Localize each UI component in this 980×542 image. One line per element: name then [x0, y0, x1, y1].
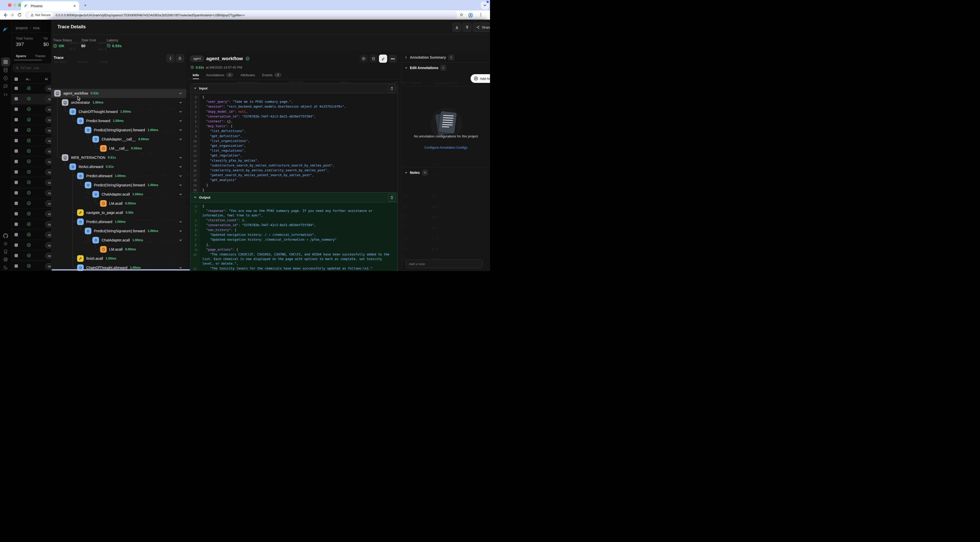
trace-span-row[interactable]: navigate_to_page.acall0.50s	[51, 208, 186, 217]
table-row[interactable]: agent	[11, 209, 51, 219]
table-row[interactable]: agent	[11, 146, 51, 157]
dataset-button[interactable]	[369, 55, 377, 63]
collapse-input-icon[interactable]	[194, 87, 197, 90]
edit-annotations-section[interactable]: Edit Annotations E	[402, 63, 490, 73]
trace-span-row[interactable]: Predict(StringSignature).forward1.00ms	[51, 125, 186, 135]
tab-annotations[interactable]: Annotations0	[206, 71, 233, 79]
row-checkbox[interactable]	[14, 170, 18, 174]
trace-span-row[interactable]: agent_workflow0.53s	[51, 89, 186, 98]
tab-info[interactable]: Info	[192, 71, 199, 79]
replay-button[interactable]	[360, 55, 368, 63]
table-row[interactable]: agent	[11, 135, 51, 146]
expand-span-chevron-icon[interactable]	[177, 108, 184, 115]
expand-span-chevron-icon[interactable]	[177, 127, 184, 133]
table-row[interactable]: agent	[11, 188, 51, 198]
input-json[interactable]: 1⌄{2 "user_query": "Take me to PFAS summ…	[191, 93, 398, 195]
collapse-output-icon[interactable]	[194, 196, 197, 199]
tab-spans[interactable]: Spans	[16, 54, 26, 58]
table-row[interactable]: agent	[11, 198, 51, 209]
trace-span-row[interactable]: ChainOfThought.forward1.00ms	[51, 107, 186, 116]
table-row[interactable]: agent	[11, 104, 51, 115]
tab-events[interactable]: Events0	[262, 71, 282, 79]
minimize-window-button[interactable]	[13, 3, 17, 7]
trace-span-row[interactable]: LM.acall0.00ms	[51, 245, 186, 254]
latency-toggle-button[interactable]	[176, 54, 184, 62]
browser-tab[interactable]: Phoenix ✕	[21, 1, 79, 11]
support-lifering-icon[interactable]	[3, 257, 8, 262]
annotation-summary-section[interactable]: Annotation Summary S	[402, 52, 490, 63]
table-row[interactable]: agent	[11, 261, 51, 271]
share-button[interactable]: Share	[473, 23, 490, 32]
not-secure-chip[interactable]: Not Secure	[28, 12, 53, 18]
table-row[interactable]: agent	[11, 230, 51, 240]
prompts-nav-icon[interactable]	[3, 84, 8, 89]
row-checkbox[interactable]	[14, 244, 18, 247]
row-checkbox[interactable]	[14, 212, 18, 216]
row-checkbox[interactable]	[14, 118, 18, 121]
expand-span-chevron-icon[interactable]	[177, 173, 184, 179]
expand-span-chevron-icon[interactable]	[177, 191, 184, 198]
dark-mode-moon-icon[interactable]	[3, 265, 8, 270]
trace-span-row[interactable]: ChatAdapter.acall1.00ms	[51, 236, 186, 245]
back-icon[interactable]	[3, 13, 8, 17]
trace-span-row[interactable]: Predict.aforward1.00ms	[51, 217, 186, 227]
settings-gear-icon[interactable]	[3, 241, 8, 246]
url-bar[interactable]: Not Secure 0.0.0.0:6006/projects/UHJvamV…	[25, 11, 457, 19]
select-all-checkbox[interactable]	[14, 78, 18, 81]
row-checkbox[interactable]	[14, 223, 18, 226]
bookmark-star-icon[interactable]	[460, 13, 464, 17]
row-checkbox[interactable]	[14, 254, 18, 257]
output-json[interactable]: 1⌄{2 "response": "You are now on the PFA…	[191, 203, 398, 271]
expand-span-chevron-icon[interactable]	[177, 237, 184, 244]
table-row[interactable]: agent	[11, 83, 51, 94]
close-tab-icon[interactable]: ✕	[73, 4, 76, 8]
github-icon[interactable]	[3, 233, 8, 238]
notes-section[interactable]: Notes N	[402, 168, 490, 178]
row-checkbox[interactable]	[14, 160, 18, 163]
reload-icon[interactable]	[18, 13, 22, 17]
table-row[interactable]: agent	[11, 219, 51, 230]
trace-span-row[interactable]: Predict.aforward1.00ms	[51, 171, 186, 181]
tab-attributes[interactable]: Attributes	[240, 71, 255, 79]
row-checkbox[interactable]	[14, 87, 18, 90]
column-kind[interactable]: ki	[45, 78, 48, 81]
trace-span-row[interactable]: ReAct.aforward0.51s	[51, 162, 186, 171]
expand-span-chevron-icon[interactable]	[177, 117, 184, 124]
row-checkbox[interactable]	[14, 233, 18, 236]
column-status[interactable]: st...	[26, 78, 31, 81]
table-row[interactable]: agent	[11, 125, 51, 136]
row-checkbox[interactable]	[14, 265, 18, 268]
row-checkbox[interactable]	[14, 202, 18, 205]
expand-span-chevron-icon[interactable]	[177, 182, 184, 189]
apis-nav-icon[interactable]	[3, 92, 8, 97]
trace-span-row[interactable]: LM.__call__0.00ms	[51, 144, 186, 153]
expand-span-chevron-icon[interactable]	[177, 228, 184, 234]
expand-span-chevron-icon[interactable]	[177, 90, 184, 97]
row-checkbox[interactable]	[14, 191, 18, 195]
trace-span-row[interactable]: orchestrator1.00ms	[51, 98, 186, 107]
row-checkbox[interactable]	[14, 149, 18, 153]
table-row[interactable]: agent	[11, 156, 51, 167]
trace-span-row[interactable]: finish.acall1.00ms	[51, 254, 186, 263]
trace-span-row[interactable]: Predict(StringSignature).forward1.00ms	[51, 181, 186, 190]
close-window-button[interactable]	[8, 3, 11, 7]
row-checkbox[interactable]	[14, 181, 18, 184]
trace-span-row[interactable]: Predict(StringSignature).forward1.00ms	[51, 227, 186, 236]
profile-icon[interactable]	[468, 13, 473, 17]
download-trace-button[interactable]	[452, 23, 461, 32]
expand-span-chevron-icon[interactable]	[177, 99, 184, 106]
copy-output-icon[interactable]	[388, 194, 396, 201]
row-checkbox[interactable]	[14, 97, 18, 100]
trace-span-row[interactable]: ChatAdapter.acall1.00ms	[51, 190, 186, 199]
breadcrumb[interactable]: projects › sma	[16, 26, 40, 30]
more-actions-button[interactable]: •••	[389, 55, 397, 63]
row-checkbox[interactable]	[14, 139, 18, 142]
trace-span-row[interactable]: WEB_INTERACTION0.51s	[51, 153, 186, 162]
trace-span-row[interactable]: LM.acall0.00ms	[51, 199, 186, 208]
configure-annotation-configs-link[interactable]: Configure Annotation Configs	[402, 145, 490, 150]
filter-input[interactable]: filter con	[13, 64, 51, 72]
trace-span-row[interactable]: ChatAdapter.__call__0.00ms	[51, 135, 186, 144]
table-row[interactable]: agent	[11, 240, 51, 250]
datasets-nav-icon[interactable]	[3, 68, 8, 73]
upload-trace-button[interactable]	[463, 23, 472, 32]
